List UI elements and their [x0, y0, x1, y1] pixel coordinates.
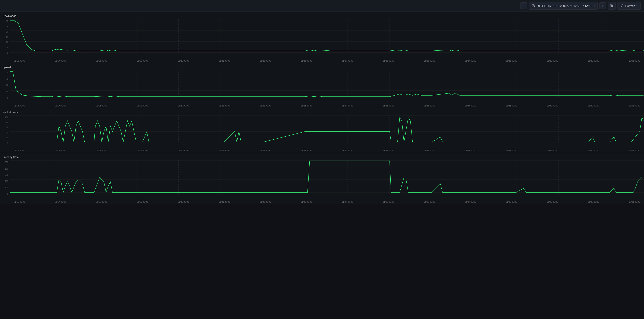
refresh-button[interactable]: Refresh ▾	[617, 2, 640, 10]
zoom-icon	[610, 4, 614, 8]
latency-svg	[10, 160, 644, 200]
upload-chart-area: 40 30 20 10 0	[0, 71, 644, 104]
packet-loss-chart-area: 100 80 60 40 20 0	[0, 115, 644, 149]
downloads-title: Downloads	[0, 14, 644, 19]
upload-panel: upload 40 30 20 10 0	[0, 63, 644, 108]
latency-panel: Latency (ms) 1000 800 600 400 200 0	[0, 153, 644, 204]
packet-loss-chart-content	[10, 115, 644, 149]
prev-button[interactable]: ‹	[520, 2, 527, 9]
downloads-x-axis: 11/16 00:00 11/17 00:00 11/18 00:00 11/1…	[10, 59, 644, 63]
refresh-icon	[620, 4, 624, 8]
upload-title: upload	[0, 66, 644, 71]
packet-loss-title: Packet Loss	[0, 111, 644, 115]
packet-loss-y-axis: 100 80 60 40 20 0	[0, 115, 10, 149]
downloads-y-axis: 30 25 20 15 10 5 0	[0, 19, 10, 59]
chevron-down-icon: ▾	[594, 5, 595, 7]
downloads-panel: Downloads 30 25 20 15 10 5 0	[0, 12, 644, 63]
clock-icon	[532, 4, 535, 8]
packet-loss-svg	[10, 115, 644, 149]
time-range-label: 2024-11-15 21:51:54 to 2024-12-01 14:54:…	[537, 4, 592, 8]
latency-chart-area: 1000 800 600 400 200 0	[0, 160, 644, 200]
zoom-button[interactable]	[608, 2, 616, 10]
packet-loss-x-axis: 11/16 00:00 11/17 00:00 11/18 00:00 11/1…	[10, 149, 644, 153]
next-button[interactable]: ›	[599, 2, 606, 9]
latency-y-axis: 1000 800 600 400 200 0	[0, 160, 10, 200]
upload-chart-content	[10, 71, 644, 104]
upload-y-axis: 40 30 20 10 0	[0, 71, 10, 104]
svg-line-2	[612, 7, 613, 7]
downloads-chart-content	[10, 19, 644, 59]
upload-svg	[10, 71, 644, 104]
refresh-chevron-icon: ▾	[636, 5, 638, 7]
latency-chart-content	[10, 160, 644, 200]
refresh-label: Refresh	[625, 4, 635, 8]
downloads-svg	[10, 19, 644, 59]
latency-x-axis: 11/16 00:00 11/17 00:00 11/18 00:00 11/1…	[10, 200, 644, 204]
packet-loss-panel: Packet Loss 100 80 60 40 20 0	[0, 108, 644, 153]
downloads-chart-area: 30 25 20 15 10 5 0	[0, 19, 644, 59]
latency-title: Latency (ms)	[0, 155, 644, 160]
time-range-button[interactable]: 2024-11-15 21:51:54 to 2024-12-01 14:54:…	[529, 2, 598, 10]
header: ‹ 2024-11-15 21:51:54 to 2024-12-01 14:5…	[0, 0, 644, 12]
upload-x-axis: 11/16 00:00 11/17 00:00 11/18 00:00 11/1…	[10, 104, 644, 108]
